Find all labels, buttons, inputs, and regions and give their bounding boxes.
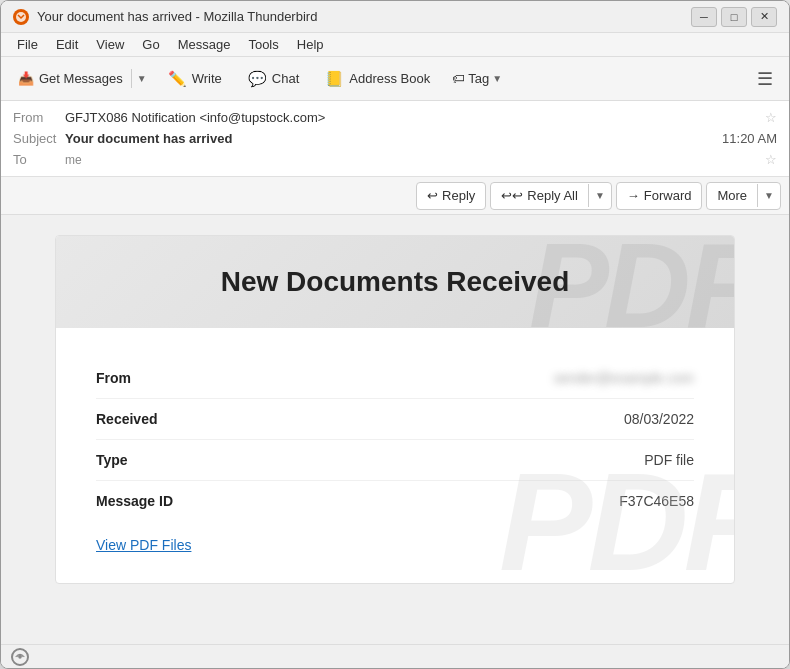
reply-all-label: Reply All xyxy=(527,188,578,203)
window-title: Your document has arrived - Mozilla Thun… xyxy=(37,9,691,24)
get-messages-icon: 📥 xyxy=(18,71,34,86)
menubar: File Edit View Go Message Tools Help xyxy=(1,33,789,57)
get-messages-button[interactable]: 📥 Get Messages xyxy=(10,67,131,90)
from-label: From xyxy=(13,110,65,125)
write-icon: ✏️ xyxy=(168,70,187,88)
reply-button[interactable]: ↩ Reply xyxy=(416,182,486,210)
hamburger-menu[interactable]: ☰ xyxy=(749,64,781,94)
view-pdf-link[interactable]: View PDF Files xyxy=(96,537,191,553)
email-heading: New Documents Received xyxy=(96,266,694,298)
forward-button[interactable]: → Forward xyxy=(616,182,703,210)
field-label-message-id: Message ID xyxy=(96,493,226,509)
email-content-card: PDF New Documents Received PDF From send… xyxy=(55,235,735,584)
address-book-icon: 📒 xyxy=(325,70,344,88)
email-time: 11:20 AM xyxy=(722,131,777,146)
write-button[interactable]: ✏️ Write xyxy=(157,63,233,95)
email-content-header: PDF New Documents Received xyxy=(56,236,734,328)
chat-icon: 💬 xyxy=(248,70,267,88)
menu-go[interactable]: Go xyxy=(134,35,167,54)
to-label: To xyxy=(13,152,65,167)
field-label-received: Received xyxy=(96,411,226,427)
reply-all-icon: ↩↩ xyxy=(501,188,523,203)
reply-label: Reply xyxy=(442,188,475,203)
to-star-icon[interactable]: ☆ xyxy=(765,152,777,167)
subject-label: Subject xyxy=(13,131,65,146)
reply-all-group: ↩↩ Reply All ▼ xyxy=(490,182,611,210)
titlebar: Your document has arrived - Mozilla Thun… xyxy=(1,1,789,33)
field-row-type: Type PDF file xyxy=(96,440,694,481)
field-row-message-id: Message ID F37C46E58 xyxy=(96,481,694,521)
main-toolbar: 📥 Get Messages ▼ ✏️ Write 💬 Chat 📒 Addre… xyxy=(1,57,789,101)
forward-icon: → xyxy=(627,188,640,203)
tag-dropdown-arrow: ▼ xyxy=(492,73,502,84)
address-book-button[interactable]: 📒 Address Book xyxy=(314,63,441,95)
action-toolbar: ↩ Reply ↩↩ Reply All ▼ → Forward More ▼ xyxy=(1,177,789,215)
minimize-button[interactable]: ─ xyxy=(691,7,717,27)
subject-row: Subject Your document has arrived 11:20 … xyxy=(13,128,777,149)
field-label-type: Type xyxy=(96,452,226,468)
more-dropdown[interactable]: ▼ xyxy=(758,186,780,205)
subject-value: Your document has arrived xyxy=(65,131,722,146)
menu-message[interactable]: Message xyxy=(170,35,239,54)
email-body: PDF New Documents Received PDF From send… xyxy=(1,215,789,644)
reply-icon: ↩ xyxy=(427,188,438,203)
from-value: GFJTX086 Notification <info@tupstock.com… xyxy=(65,110,760,125)
app-icon xyxy=(13,9,29,25)
email-header: From GFJTX086 Notification <info@tupstoc… xyxy=(1,101,789,177)
reply-all-button[interactable]: ↩↩ Reply All xyxy=(491,184,589,207)
from-star-icon[interactable]: ☆ xyxy=(765,110,777,125)
field-value-received: 08/03/2022 xyxy=(226,411,694,427)
more-group: More ▼ xyxy=(706,182,781,210)
field-value-type: PDF file xyxy=(226,452,694,468)
get-messages-group: 📥 Get Messages ▼ xyxy=(9,63,153,95)
reply-all-dropdown[interactable]: ▼ xyxy=(589,186,611,205)
tag-button[interactable]: 🏷 Tag ▼ xyxy=(445,63,509,95)
menu-help[interactable]: Help xyxy=(289,35,332,54)
email-content-body: PDF From sender@example.com Received 08/… xyxy=(56,328,734,583)
menu-edit[interactable]: Edit xyxy=(48,35,86,54)
more-button[interactable]: More xyxy=(707,184,758,207)
tag-icon: 🏷 xyxy=(452,71,465,86)
menu-view[interactable]: View xyxy=(88,35,132,54)
field-value-from: sender@example.com xyxy=(226,370,694,386)
field-label-from: From xyxy=(96,370,226,386)
close-button[interactable]: ✕ xyxy=(751,7,777,27)
menu-tools[interactable]: Tools xyxy=(240,35,286,54)
get-messages-label: Get Messages xyxy=(39,71,123,86)
field-row-received: Received 08/03/2022 xyxy=(96,399,694,440)
maximize-button[interactable]: □ xyxy=(721,7,747,27)
to-row: To me ☆ xyxy=(13,149,777,170)
from-row: From GFJTX086 Notification <info@tupstoc… xyxy=(13,107,777,128)
field-value-message-id: F37C46E58 xyxy=(226,493,694,509)
to-value: me xyxy=(65,153,760,167)
get-messages-dropdown[interactable]: ▼ xyxy=(131,69,152,88)
app-window: Your document has arrived - Mozilla Thun… xyxy=(0,0,790,669)
more-label: More xyxy=(717,188,747,203)
chat-button[interactable]: 💬 Chat xyxy=(237,63,310,95)
statusbar xyxy=(1,644,789,668)
signal-icon xyxy=(11,648,29,666)
field-row-from: From sender@example.com xyxy=(96,358,694,399)
menu-file[interactable]: File xyxy=(9,35,46,54)
forward-label: Forward xyxy=(644,188,692,203)
window-controls: ─ □ ✕ xyxy=(691,7,777,27)
